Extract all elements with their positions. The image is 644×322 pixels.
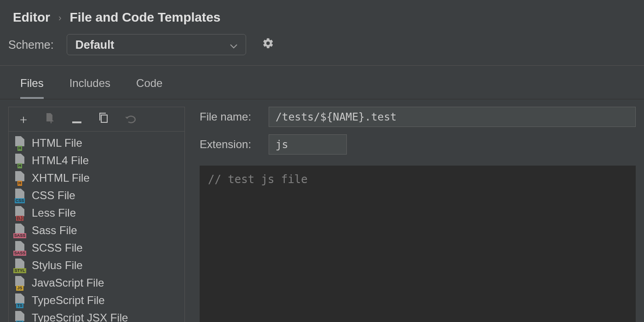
file-type-icon: {L} — [13, 206, 26, 220]
file-type-icon: JS — [13, 276, 26, 290]
scheme-label: Scheme: — [8, 38, 54, 52]
remove-template-button[interactable] — [70, 113, 83, 126]
breadcrumb-page: File and Code Templates — [70, 10, 221, 25]
copy-template-button[interactable] — [97, 113, 110, 126]
copy-icon — [98, 112, 109, 126]
template-item-label: TypeScript File — [32, 294, 105, 307]
template-item-label: Less File — [32, 207, 76, 219]
chevron-down-icon — [230, 38, 237, 52]
file-type-icon: SASS — [13, 241, 26, 255]
file-type-icon: SASS — [13, 224, 26, 237]
template-item-label: JavaScript File — [32, 276, 104, 289]
template-item[interactable]: STYLStylus File — [9, 257, 184, 274]
extension-row: Extension: — [200, 134, 636, 155]
plus-icon: ＋ — [17, 111, 29, 127]
filename-label: File name: — [200, 110, 269, 123]
template-item[interactable]: {L}Less File — [9, 204, 184, 222]
file-type-icon: CSS — [13, 189, 26, 202]
template-item[interactable]: HXHTML File — [9, 169, 184, 187]
tabs-bar: Files Includes Code — [0, 66, 644, 99]
template-item-label: TypeScript JSX File — [32, 311, 128, 322]
template-item-label: HTML File — [32, 137, 82, 150]
undo-icon — [124, 112, 136, 126]
file-type-icon: H — [13, 136, 26, 150]
template-toolbar: ＋ — [9, 107, 184, 132]
revert-template-button[interactable] — [124, 113, 137, 126]
tab-code[interactable]: Code — [136, 77, 162, 99]
filename-input[interactable] — [269, 107, 636, 127]
editor-content: // test js file — [208, 173, 308, 186]
file-type-icon: STYL — [13, 259, 26, 272]
scheme-select[interactable]: Default — [67, 34, 246, 55]
template-item[interactable]: JSJavaScript File — [9, 274, 184, 292]
template-item-label: Stylus File — [32, 259, 83, 272]
template-item[interactable]: HHTML File — [9, 134, 184, 152]
template-item-label: CSS File — [32, 189, 75, 202]
template-editor-panel: File name: Extension: // test js file — [185, 107, 636, 322]
file-type-icon: TS — [13, 311, 26, 322]
gear-icon — [262, 37, 274, 52]
scheme-value: Default — [75, 38, 115, 52]
add-child-template-button[interactable] — [44, 113, 57, 126]
template-code-editor[interactable]: // test js file — [200, 166, 636, 322]
template-item[interactable]: HHTML4 File — [9, 152, 184, 169]
template-item-label: XHTML File — [32, 172, 90, 184]
template-item-label: HTML4 File — [32, 154, 89, 167]
extension-input[interactable] — [269, 134, 347, 155]
main-area: ＋ HHTML File — [0, 99, 644, 322]
filename-row: File name: — [200, 107, 636, 127]
breadcrumb: Editor › File and Code Templates — [0, 0, 644, 30]
scheme-row: Scheme: Default — [0, 30, 644, 66]
template-item[interactable]: SASSSCSS File — [9, 239, 184, 257]
svg-rect-1 — [49, 121, 53, 121]
breadcrumb-root[interactable]: Editor — [13, 10, 50, 25]
template-item-label: SCSS File — [32, 242, 83, 254]
template-item[interactable]: TSTypeScript File — [9, 292, 184, 309]
add-file-icon — [45, 112, 55, 126]
template-list[interactable]: HHTML FileHHTML4 FileHXHTML FileCSSCSS F… — [9, 132, 184, 322]
template-item-label: Sass File — [32, 224, 77, 237]
add-template-button[interactable]: ＋ — [17, 113, 30, 126]
svg-rect-2 — [72, 121, 81, 123]
breadcrumb-separator-icon: › — [58, 12, 62, 23]
template-item[interactable]: SASSSass File — [9, 222, 184, 239]
minus-icon — [72, 112, 81, 126]
tab-files[interactable]: Files — [20, 77, 44, 99]
template-item[interactable]: TSTypeScript JSX File — [9, 309, 184, 322]
file-type-icon: H — [13, 154, 26, 167]
tab-includes[interactable]: Includes — [69, 77, 110, 99]
extension-label: Extension: — [200, 138, 269, 151]
file-type-icon: TS — [13, 293, 26, 307]
scheme-settings-button[interactable] — [259, 35, 277, 54]
file-type-icon: H — [13, 171, 26, 185]
template-item[interactable]: CSSCSS File — [9, 187, 184, 204]
svg-rect-3 — [101, 115, 107, 122]
template-panel: ＋ HHTML File — [8, 107, 185, 322]
